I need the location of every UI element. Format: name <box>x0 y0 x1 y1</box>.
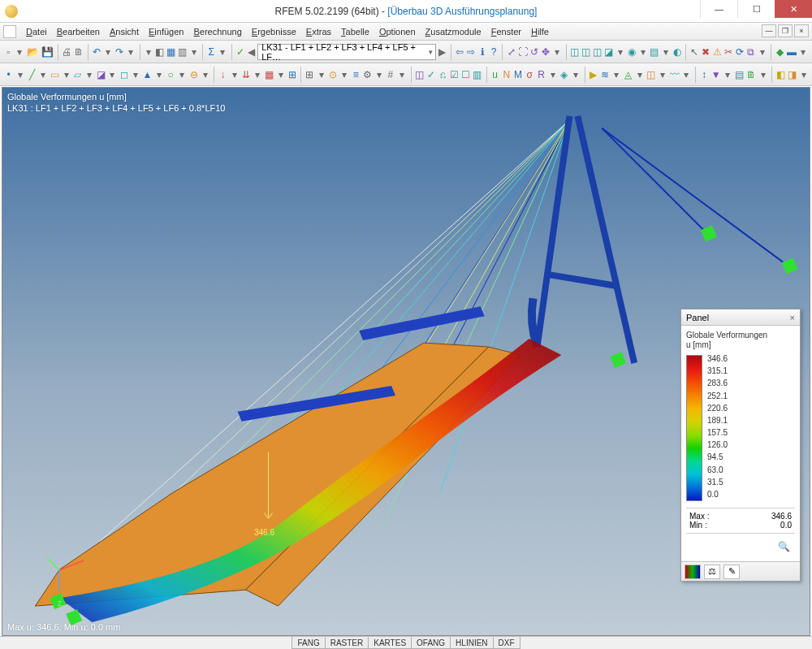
smooth-button[interactable]: 〰 <box>669 66 680 84</box>
menu-tabelle[interactable]: Tabelle <box>336 25 374 38</box>
loadcase-combo[interactable]: LK31 - LF1 + LF2 + LF3 + LF4 + LF5 + LF… <box>257 44 436 60</box>
new-doc-dropdown[interactable]: ▾ <box>15 43 25 61</box>
menu-extras[interactable]: Extras <box>301 25 336 38</box>
config-button[interactable]: ⚙ <box>362 66 373 84</box>
section-button[interactable]: ▬ <box>786 43 797 61</box>
print-result-button[interactable]: 🗎 <box>745 66 757 84</box>
mdi-restore-button[interactable]: ❐ <box>778 24 793 37</box>
statusbar-ofang[interactable]: OFANG <box>412 637 451 649</box>
menu-bearbeiten[interactable]: Bearbeiten <box>52 25 105 38</box>
check2-button[interactable]: ⎌ <box>438 66 448 84</box>
results-u-button[interactable]: u <box>490 66 500 84</box>
statusbar-hlinien[interactable]: HLINIEN <box>451 637 493 649</box>
iso-button[interactable]: ◬ <box>623 66 633 84</box>
view-y-button[interactable]: ◫ <box>581 43 591 61</box>
line-load-button[interactable]: ⇊ <box>240 66 251 84</box>
member-dropdown[interactable]: ▾ <box>61 66 71 84</box>
next-loadcase-button[interactable]: ▶ <box>437 43 447 61</box>
node-dropdown[interactable]: ▾ <box>15 66 25 84</box>
results6-dropdown[interactable]: ▾ <box>570 66 581 84</box>
snap-button[interactable]: ⊙ <box>327 66 338 84</box>
member-button[interactable]: ▭ <box>50 66 60 84</box>
minimize-button[interactable]: — <box>700 0 737 18</box>
units-dropdown[interactable]: ▾ <box>397 66 408 84</box>
surface-button[interactable]: ▱ <box>72 66 83 84</box>
info-button[interactable]: ℹ <box>477 43 488 61</box>
wireframe-button[interactable]: ▤ <box>649 43 659 61</box>
section-dropdown[interactable]: ▾ <box>798 43 809 61</box>
nav-next-button[interactable]: ⇨ <box>466 43 477 61</box>
module2-button[interactable]: ◨ <box>787 66 797 84</box>
menu-zusatzmodule[interactable]: Zusatzmodule <box>421 25 486 38</box>
close-button[interactable]: ✕ <box>775 0 812 18</box>
mesh-button[interactable]: ◫ <box>414 66 425 84</box>
results-r-button[interactable]: R <box>536 66 546 84</box>
units-button[interactable]: # <box>385 66 395 84</box>
area-load-dropdown[interactable]: ▾ <box>275 66 286 84</box>
maximize-button[interactable]: ☐ <box>737 0 775 18</box>
scale-button[interactable]: ↕ <box>698 66 709 84</box>
zoom-window-button[interactable]: ⤢ <box>506 43 516 61</box>
open-button[interactable]: 📂 <box>26 43 40 61</box>
render-button[interactable]: ◉ <box>626 43 637 61</box>
check-button[interactable]: ✓ <box>425 66 436 84</box>
panel-button[interactable]: ▥ <box>177 43 188 61</box>
undo-button[interactable]: ↶ <box>92 43 102 61</box>
statusbar-dxf[interactable]: DXF <box>494 637 520 649</box>
menu-fenster[interactable]: Fenster <box>486 25 526 38</box>
rotate-obj-button[interactable]: ⟳ <box>735 43 745 61</box>
undo-dropdown[interactable]: ▾ <box>103 43 114 61</box>
new-doc-button[interactable]: ▫ <box>3 43 14 61</box>
check3-button[interactable]: ☑ <box>449 66 460 84</box>
line-load-dropdown[interactable]: ▾ <box>253 66 263 84</box>
module-button[interactable]: ◧ <box>775 66 786 84</box>
line-dropdown[interactable]: ▾ <box>38 66 49 84</box>
iso-dropdown[interactable]: ▾ <box>634 66 645 84</box>
module2-dropdown[interactable]: ▾ <box>798 66 809 84</box>
grid-dropdown[interactable]: ▾ <box>316 66 326 84</box>
nav-prev-button[interactable]: ⇦ <box>455 43 465 61</box>
prev-loadcase-button[interactable]: ◀ <box>246 43 257 61</box>
filter-dropdown[interactable]: ▾ <box>723 66 733 84</box>
mdi-close-button[interactable]: × <box>794 24 809 37</box>
menu-datei[interactable]: Datei <box>21 25 52 38</box>
menu-ansicht[interactable]: Ansicht <box>105 25 144 38</box>
redo-dropdown[interactable]: ▾ <box>126 43 136 61</box>
snap-dropdown[interactable]: ▾ <box>339 66 350 84</box>
panel-dropdown[interactable]: ▾ <box>188 43 199 61</box>
redo-button[interactable]: ↷ <box>114 43 125 61</box>
solid-dropdown[interactable]: ▾ <box>107 66 118 84</box>
copy-button[interactable]: ⧉ <box>746 43 757 61</box>
menu-hilfe[interactable]: Hilfe <box>526 25 554 38</box>
results-n-button[interactable]: N <box>501 66 512 84</box>
solid-button[interactable]: ◪ <box>96 66 106 84</box>
panel-close-button[interactable]: × <box>790 313 795 322</box>
diagram-button[interactable]: ▤ <box>734 66 745 84</box>
calculate-button[interactable]: Σ <box>206 43 217 61</box>
release-dropdown[interactable]: ▾ <box>200 66 210 84</box>
material-button[interactable]: ◆ <box>775 43 785 61</box>
node-button[interactable]: • <box>3 66 14 84</box>
contour-button[interactable]: ≋ <box>599 66 610 84</box>
animate-button[interactable]: ▶ <box>588 66 598 84</box>
panel-tab-factor[interactable]: ⚖ <box>704 565 720 579</box>
delete-button[interactable]: ✖ <box>701 43 711 61</box>
panel-titlebar[interactable]: Panel × <box>681 309 800 326</box>
support-dropdown[interactable]: ▾ <box>153 66 164 84</box>
zoom-all-button[interactable]: ⛶ <box>517 43 529 61</box>
view-dropdown[interactable]: ▾ <box>615 43 625 61</box>
load-button[interactable]: ↓ <box>218 66 228 84</box>
panel-tab-filter[interactable]: ✎ <box>723 565 740 579</box>
area-load-button[interactable]: ▦ <box>264 66 274 84</box>
select-button[interactable]: ↖ <box>689 43 700 61</box>
copy-dropdown[interactable]: ▾ <box>757 43 767 61</box>
statusbar-fang[interactable]: FANG <box>292 637 325 649</box>
cut-button[interactable]: ✂ <box>723 43 734 61</box>
print-preview-button[interactable]: 🗎 <box>73 43 84 61</box>
pan-button[interactable]: ✥ <box>541 43 551 61</box>
loadcase-button[interactable]: ⊞ <box>287 66 297 84</box>
mdi-minimize-button[interactable]: — <box>762 24 776 37</box>
wireframe-dropdown[interactable]: ▾ <box>660 43 671 61</box>
check4-button[interactable]: ☐ <box>460 66 471 84</box>
section-result-dropdown[interactable]: ▾ <box>657 66 667 84</box>
